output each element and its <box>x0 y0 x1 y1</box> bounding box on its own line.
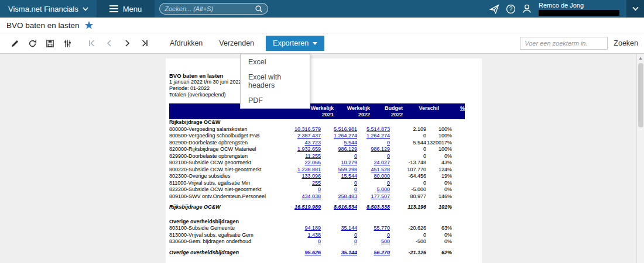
verschil-value: -20.626 <box>390 225 426 232</box>
user-info[interactable]: Remco de Jong <box>539 2 622 16</box>
total-percent-value: 101% <box>426 204 452 211</box>
export-option-pdf[interactable]: PDF <box>241 93 310 108</box>
account-label: 803100-Subsidie Gemeente <box>169 225 279 232</box>
account-label: 830600-Gem. bijdragen onderhoud <box>169 238 279 245</box>
help-icon[interactable]: ? <box>502 4 519 14</box>
table-row: 800000-Vergoeding salariskosten10.316.57… <box>169 126 465 133</box>
amount-link[interactable]: 55.770 <box>374 225 390 231</box>
amount-link[interactable]: 35.144 <box>341 225 357 231</box>
report-page: BVO baten en lasten 1 januari 2022 t/m 3… <box>166 58 482 263</box>
amount-link[interactable]: 258.483 <box>338 193 357 199</box>
account-label: 800500-Vergoeding schoolbudget PAB <box>169 133 279 140</box>
search-button[interactable]: Zoeken <box>614 39 638 47</box>
last-page-button[interactable] <box>136 36 153 51</box>
amount-link[interactable]: 24.027 <box>374 160 390 165</box>
amount-link[interactable]: 22.066 <box>304 160 321 165</box>
send-button[interactable]: Verzenden <box>211 39 262 47</box>
table-row: 809100-SWV ontv.Ondersteun.Personeel434.… <box>169 193 465 200</box>
refresh-button[interactable] <box>23 36 41 51</box>
amount-link[interactable]: 5.516.981 <box>334 126 357 132</box>
total-amount-link[interactable]: 35.144 <box>341 250 357 255</box>
table-row: 802100-Subsidie OCW geoormerkt22.06610.2… <box>169 160 465 167</box>
amount-link[interactable]: 2.387.437 <box>297 133 321 139</box>
total-label: Overige overheidsbijdragen <box>169 250 279 257</box>
amount-link[interactable]: 1.264.274 <box>366 133 390 139</box>
verschil-value: 0 <box>390 180 426 187</box>
amount-link[interactable]: 255 <box>312 180 321 186</box>
export-button[interactable]: Exporteren <box>266 36 324 51</box>
previous-page-button[interactable] <box>101 36 118 51</box>
amount-link[interactable]: 133.096 <box>302 173 321 179</box>
user-menu-toggle[interactable] <box>626 0 644 18</box>
first-page-button[interactable] <box>83 36 101 51</box>
export-option-excel[interactable]: Excel <box>241 54 310 70</box>
menu-button[interactable]: Menu <box>97 0 155 18</box>
total-amount-link[interactable]: 16.519.989 <box>294 204 321 210</box>
amount-link[interactable]: 1.238.881 <box>297 167 321 172</box>
report-search-input[interactable] <box>520 37 608 50</box>
amount-link[interactable]: 10.279 <box>341 160 357 165</box>
section-name: Overige overheidsbijdragen <box>169 219 279 226</box>
floppy-icon <box>46 39 54 48</box>
amount-link[interactable]: 1.438 <box>307 232 321 238</box>
user-icon[interactable] <box>519 4 535 14</box>
total-amount-link[interactable]: 95.626 <box>304 250 321 255</box>
total-amount-link[interactable]: 8.616.534 <box>334 204 357 210</box>
column-settings-button[interactable] <box>59 36 76 51</box>
verschil-value: -5.000 <box>390 186 426 193</box>
brand-switcher[interactable]: Visma.net Financials <box>0 5 97 13</box>
amount-link[interactable]: 10.316.579 <box>294 126 321 132</box>
total-amount-link[interactable]: 8.503.338 <box>366 204 390 210</box>
column-header-werkelijk-2022: Werkelijk 2022 <box>334 105 370 118</box>
amount-link[interactable]: 5.544 <box>344 140 357 146</box>
amount-link[interactable]: 15.544 <box>341 173 357 179</box>
amount-link[interactable]: 80.000 <box>374 173 390 179</box>
amount-link[interactable]: 451.528 <box>371 167 390 172</box>
edit-button[interactable] <box>6 36 23 51</box>
total-verschil-value: 113.196 <box>390 204 426 211</box>
table-row: 830600-Gem. bijdragen onderhoud00500-500… <box>169 238 465 245</box>
account-label: 813000-Vrijval subs. egalisatie Gem <box>169 232 279 239</box>
amount-link[interactable]: 43.723 <box>304 140 321 146</box>
total-amount-link[interactable]: 56.270 <box>374 250 390 255</box>
account-label: 802300-Overige subsidies <box>169 173 279 180</box>
pencil-icon <box>11 39 19 48</box>
amount-link[interactable]: 1.932.659 <box>297 146 321 152</box>
amount-link[interactable]: 5.000 <box>376 186 390 192</box>
amount-link[interactable]: 94.189 <box>304 225 321 231</box>
search-icon[interactable] <box>255 5 263 13</box>
verschil-value: 0 <box>390 153 426 160</box>
verschil-value: 80.977 <box>390 193 426 200</box>
scrollbar-thumb[interactable] <box>638 63 643 127</box>
next-page-button[interactable] <box>118 36 136 51</box>
amount-link[interactable]: 500 <box>381 238 390 244</box>
vertical-scrollbar[interactable]: ▲ <box>636 54 644 263</box>
amount-link[interactable]: 559.298 <box>338 167 357 172</box>
print-button[interactable]: Afdrukken <box>162 39 211 47</box>
amount-link[interactable]: 986.129 <box>371 146 390 152</box>
favorite-star-icon[interactable] <box>84 20 94 30</box>
amount-link[interactable]: 434.038 <box>302 193 321 199</box>
account-label: 811000-Vrijval subs. egalisatie Min <box>169 180 279 187</box>
table-row: 800220-Subsidie OCW niet-geoormerkt1.238… <box>169 167 465 174</box>
report-period: Periode: 01-2022 <box>169 85 482 92</box>
total-label: Rijksbijdrage OC&W <box>169 204 279 211</box>
caret-down-icon <box>313 42 317 45</box>
amount-link[interactable]: 5.514.873 <box>366 126 390 132</box>
global-search-input[interactable] <box>165 5 255 12</box>
feedback-icon[interactable] <box>486 4 502 14</box>
amount-link[interactable]: 986.129 <box>338 146 357 152</box>
percent-value: 0% <box>426 186 452 193</box>
hamburger-icon <box>109 4 118 14</box>
amount-link[interactable]: 11.255 <box>305 153 321 159</box>
verschil-value: 107.770 <box>390 167 426 174</box>
percent-value: 100% <box>426 146 452 153</box>
svg-text:?: ? <box>509 6 512 12</box>
percent-value: 124% <box>426 167 452 174</box>
export-option-excel-headers[interactable]: Excel with headers <box>241 70 310 93</box>
account-label: 822200-Subsidie OCW niet-geoormerkt <box>169 186 279 193</box>
save-button[interactable] <box>41 36 59 51</box>
amount-link[interactable]: 1.264.274 <box>334 133 357 139</box>
scrollbar-up-arrow[interactable]: ▲ <box>637 54 644 63</box>
amount-link[interactable]: 177.507 <box>371 193 390 199</box>
